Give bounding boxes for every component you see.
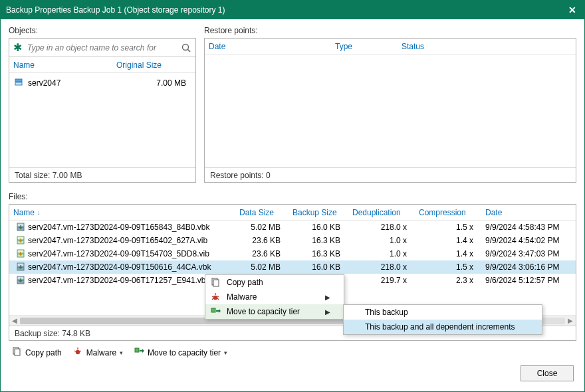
file-compression: 1.4 x bbox=[419, 236, 485, 245]
close-button[interactable]: Close bbox=[521, 365, 574, 381]
toolbar-malware[interactable]: Malware ▾ bbox=[72, 346, 123, 359]
col-file-date[interactable]: Date bbox=[485, 208, 572, 217]
file-date: 9/6/2024 5:12:57 PM bbox=[485, 276, 572, 285]
backup-file-icon bbox=[13, 275, 28, 286]
toolbar-copy-path[interactable]: Copy path bbox=[11, 346, 62, 359]
object-row[interactable]: serv2047 7.00 MB bbox=[13, 76, 191, 90]
file-dedup: 219.7 x bbox=[352, 276, 419, 285]
objects-columns: Name Original Size bbox=[9, 57, 195, 73]
svg-rect-29 bbox=[135, 348, 139, 352]
file-date: 9/9/2024 4:58:43 PM bbox=[485, 223, 572, 232]
files-panel: Name ↓ Data Size Backup Size Deduplicati… bbox=[9, 204, 576, 341]
bug-icon bbox=[72, 346, 83, 359]
col-original-size[interactable]: Original Size bbox=[116, 60, 191, 70]
svg-line-20 bbox=[212, 298, 213, 300]
file-backup-size: 16.0 KB bbox=[292, 262, 352, 272]
file-backup-size: 16.3 KB bbox=[292, 249, 352, 258]
context-submenu[interactable]: This backup This backup and all dependen… bbox=[343, 304, 542, 335]
file-date: 9/9/2024 3:47:03 PM bbox=[485, 249, 572, 258]
col-compression[interactable]: Compression bbox=[419, 208, 485, 217]
files-columns: Name ↓ Data Size Backup Size Deduplicati… bbox=[9, 205, 576, 221]
file-name: serv2047.vm-1273D2024-09-09T150616_44CA.… bbox=[28, 262, 239, 272]
objects-label: Objects: bbox=[9, 26, 196, 35]
col-dedup[interactable]: Deduplication bbox=[352, 208, 419, 217]
file-name: serv2047.vm-1273D2024-09-09T154703_5DD8.… bbox=[28, 249, 239, 258]
search-icon[interactable] bbox=[181, 43, 191, 53]
col-backup-size[interactable]: Backup Size bbox=[292, 208, 352, 217]
objects-panel: ✱ Name Original Size bbox=[9, 38, 196, 183]
submenu-this-and-dependents[interactable]: This backup and all dependent increments bbox=[344, 320, 542, 334]
file-date: 9/9/2024 3:06:16 PM bbox=[485, 262, 572, 272]
files-label: Files: bbox=[9, 192, 576, 201]
file-compression: 1.5 x bbox=[419, 262, 485, 272]
svg-line-19 bbox=[217, 296, 219, 297]
move-tier-icon bbox=[209, 306, 221, 317]
search-input[interactable] bbox=[26, 43, 181, 53]
chevron-down-icon: ▾ bbox=[120, 349, 123, 356]
objects-search[interactable]: ✱ bbox=[9, 39, 195, 57]
col-file-name[interactable]: Name ↓ bbox=[13, 208, 239, 217]
objects-footer: Total size: 7.00 MB bbox=[9, 167, 195, 182]
col-data-size[interactable]: Data Size bbox=[239, 208, 292, 217]
backup-file-icon bbox=[13, 235, 28, 246]
menu-malware[interactable]: Malware ▶ bbox=[205, 290, 344, 304]
file-data-size: 23.6 KB bbox=[239, 236, 292, 245]
file-row[interactable]: serv2047.vm-1273D2024-09-09T165843_84B0.… bbox=[9, 221, 576, 234]
svg-line-28 bbox=[80, 351, 81, 351]
sort-arrow-icon: ↓ bbox=[37, 209, 41, 216]
file-row[interactable]: serv2047.vm-1273D2024-09-09T154703_5DD8.… bbox=[9, 247, 576, 260]
file-dedup: 218.0 x bbox=[352, 223, 419, 232]
file-compression: 1.5 x bbox=[419, 223, 485, 232]
context-menu[interactable]: Copy path Malware ▶ Move to capacity tie… bbox=[205, 274, 344, 320]
file-backup-size: 16.3 KB bbox=[292, 236, 352, 245]
svg-line-27 bbox=[74, 351, 76, 351]
file-data-size: 23.6 KB bbox=[239, 249, 292, 258]
col-status[interactable]: Status bbox=[402, 42, 572, 51]
toolbar-move-tier[interactable]: Move to capacity tier ▾ bbox=[134, 346, 227, 359]
file-compression: 1.4 x bbox=[419, 249, 485, 258]
svg-point-0 bbox=[183, 44, 189, 50]
file-data-size: 5.02 MB bbox=[239, 223, 292, 232]
col-date[interactable]: Date bbox=[209, 42, 335, 51]
svg-line-18 bbox=[212, 296, 213, 297]
col-name[interactable]: Name bbox=[13, 60, 116, 70]
svg-rect-24 bbox=[15, 349, 20, 355]
restore-body bbox=[205, 54, 576, 167]
col-type[interactable]: Type bbox=[335, 42, 402, 51]
restore-columns: Date Type Status bbox=[205, 39, 576, 54]
asterisk-icon: ✱ bbox=[13, 41, 22, 54]
svg-line-21 bbox=[217, 298, 219, 300]
object-size: 7.00 MB bbox=[117, 78, 191, 88]
close-icon[interactable]: ✕ bbox=[566, 3, 579, 17]
restore-panel: Date Type Status Restore points: 0 bbox=[204, 38, 576, 183]
scroll-left-icon[interactable]: ◀ bbox=[12, 317, 17, 324]
restore-label: Restore points: bbox=[204, 26, 576, 35]
server-icon bbox=[13, 77, 25, 90]
backup-file-icon bbox=[13, 262, 28, 272]
svg-rect-3 bbox=[15, 82, 22, 85]
bottom-toolbar: Copy path Malware ▾ Move to capacity tie… bbox=[9, 341, 576, 359]
file-data-size: 5.02 MB bbox=[239, 262, 292, 272]
svg-point-16 bbox=[213, 296, 217, 300]
window-title: Backup Properties Backup Job 1 (Object s… bbox=[6, 5, 566, 15]
scroll-right-icon[interactable]: ▶ bbox=[568, 317, 573, 324]
object-name: serv2047 bbox=[28, 78, 117, 88]
bug-icon bbox=[209, 292, 221, 302]
svg-point-25 bbox=[76, 350, 80, 354]
chevron-right-icon: ▶ bbox=[324, 308, 330, 316]
svg-rect-2 bbox=[15, 79, 22, 82]
file-row[interactable]: serv2047.vm-1273D2024-09-09T150616_44CA.… bbox=[9, 260, 576, 274]
svg-rect-15 bbox=[213, 280, 219, 286]
copy-icon bbox=[11, 346, 22, 359]
file-row[interactable]: serv2047.vm-1273D2024-09-09T165402_627A.… bbox=[9, 234, 576, 247]
backup-properties-dialog: Backup Properties Backup Job 1 (Object s… bbox=[0, 0, 585, 392]
copy-icon bbox=[209, 277, 221, 288]
restore-footer: Restore points: 0 bbox=[205, 167, 576, 182]
submenu-this-backup[interactable]: This backup bbox=[344, 305, 542, 320]
chevron-right-icon: ▶ bbox=[324, 294, 330, 301]
menu-copy-path[interactable]: Copy path bbox=[205, 275, 344, 290]
file-dedup: 1.0 x bbox=[352, 236, 419, 245]
file-name: serv2047.vm-1273D2024-09-09T165843_84B0.… bbox=[28, 223, 239, 232]
file-dedup: 218.0 x bbox=[352, 262, 419, 272]
menu-move-tier[interactable]: Move to capacity tier ▶ bbox=[205, 304, 344, 319]
